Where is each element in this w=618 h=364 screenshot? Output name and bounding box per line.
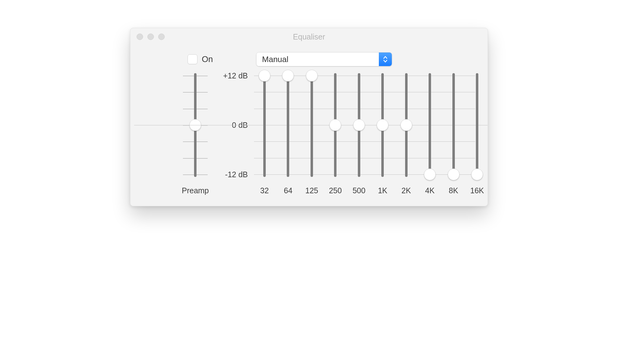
band-slider-knob[interactable] bbox=[329, 119, 341, 131]
zoom-icon[interactable] bbox=[158, 34, 165, 40]
preamp-slider-knob[interactable] bbox=[189, 119, 201, 131]
band-slider-4K[interactable] bbox=[424, 76, 436, 174]
minimize-icon[interactable] bbox=[147, 34, 154, 40]
band-label-4K: 4K bbox=[425, 186, 435, 195]
band-label-1K: 1K bbox=[378, 186, 387, 195]
preamp-slider[interactable] bbox=[189, 76, 201, 174]
band-slider-125[interactable] bbox=[306, 76, 318, 174]
band-label-16K: 16K bbox=[470, 186, 484, 195]
band-slider-2K[interactable] bbox=[400, 76, 413, 174]
band-slider-knob[interactable] bbox=[448, 169, 459, 180]
band-label-250: 250 bbox=[329, 186, 342, 195]
window-controls bbox=[137, 34, 165, 40]
band-slider-knob[interactable] bbox=[259, 70, 270, 82]
equaliser-window: Equaliser On Manual bbox=[130, 28, 488, 206]
band-slider-8K[interactable] bbox=[447, 76, 460, 174]
band-label-8K: 8K bbox=[449, 186, 458, 195]
y-axis: +12 dB 0 dB -12 dB bbox=[143, 76, 254, 174]
preamp-label: Preamp bbox=[182, 186, 209, 195]
close-icon[interactable] bbox=[137, 34, 143, 40]
band-slider-knob[interactable] bbox=[377, 119, 388, 131]
db-label-min: -12 dB bbox=[214, 170, 248, 179]
preset-select[interactable]: Manual bbox=[256, 52, 392, 66]
band-slider-knob[interactable] bbox=[353, 119, 365, 131]
band-slider-1K[interactable] bbox=[376, 76, 389, 174]
band-slider-knob[interactable] bbox=[306, 70, 318, 82]
band-label-2K: 2K bbox=[401, 186, 411, 195]
band-slider-250[interactable] bbox=[329, 76, 341, 174]
band-slider-32[interactable] bbox=[258, 76, 271, 174]
db-label-max: +12 dB bbox=[214, 71, 248, 80]
window-title: Equaliser bbox=[293, 32, 325, 41]
band-slider-knob[interactable] bbox=[471, 169, 483, 180]
titlebar: Equaliser bbox=[130, 28, 488, 45]
db-label-mid: 0 dB bbox=[214, 121, 248, 130]
band-slider-64[interactable] bbox=[282, 76, 294, 174]
stepper-icon[interactable] bbox=[379, 52, 392, 66]
band-label-500: 500 bbox=[353, 186, 366, 195]
bands-area bbox=[254, 76, 475, 174]
on-label: On bbox=[202, 55, 213, 64]
labels-row: Preamp 32641252505001K2K4K8K16K bbox=[130, 186, 488, 197]
preset-selected-value: Manual bbox=[256, 52, 379, 66]
band-label-64: 64 bbox=[284, 186, 293, 195]
band-slider-500[interactable] bbox=[353, 76, 365, 174]
eq-area: +12 dB 0 dB -12 dB bbox=[130, 76, 488, 174]
band-slider-16K[interactable] bbox=[471, 76, 483, 174]
band-label-32: 32 bbox=[260, 186, 269, 195]
on-checkbox[interactable] bbox=[188, 54, 197, 64]
band-slider-knob[interactable] bbox=[424, 169, 436, 180]
band-label-125: 125 bbox=[305, 186, 318, 195]
band-slider-knob[interactable] bbox=[282, 70, 294, 82]
band-slider-knob[interactable] bbox=[400, 119, 412, 131]
